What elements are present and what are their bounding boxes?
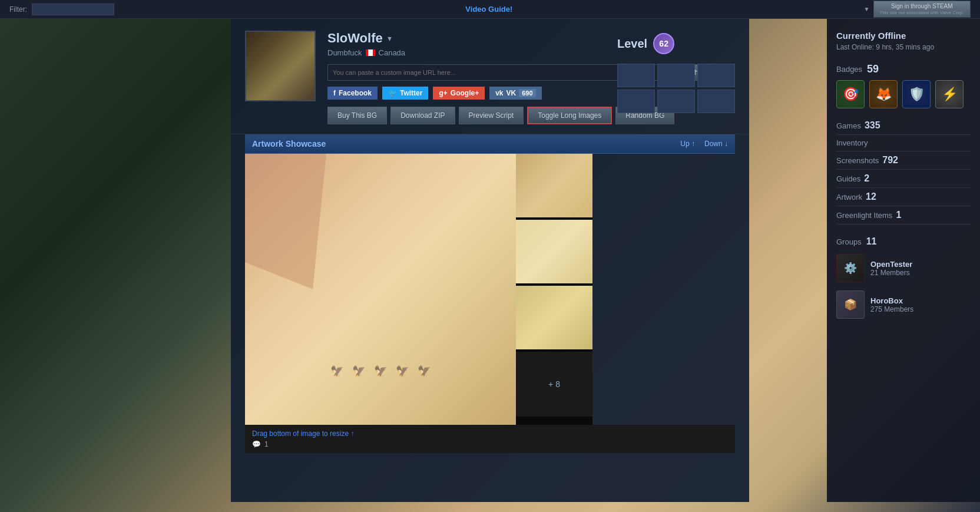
comment-count: 1 — [264, 440, 269, 448]
facebook-button[interactable]: f Facebook — [327, 87, 378, 100]
groups-count: 11 — [866, 236, 877, 247]
showcase-up-button[interactable]: Up ↑ — [680, 140, 695, 148]
games-stat: Games 335 — [836, 120, 971, 135]
mini-thumbnail-grid — [617, 64, 735, 113]
level-label: Level — [617, 37, 647, 51]
games-label: Games — [836, 121, 861, 130]
showcase-title: Artwork Showcase — [252, 139, 326, 148]
groups-section: Groups 11 ⚙️ OpenTester 21 Members 📦 Hor… — [836, 236, 971, 319]
group-avatar-opentester: ⚙️ — [836, 254, 865, 282]
group-name-horobox: HoroBox — [870, 296, 913, 305]
group-item-opentester[interactable]: ⚙️ OpenTester 21 Members — [836, 254, 971, 282]
badges-count: 59 — [867, 63, 879, 75]
top-bar-right: ▼ Sign in through STEAM This site not as… — [864, 1, 971, 18]
twitter-bird-icon: 🐦 — [388, 89, 397, 97]
filter-label: Filter: — [9, 5, 27, 14]
group-info-opentester: OpenTester 21 Members — [870, 260, 912, 277]
showcase-thumb-2[interactable] — [516, 220, 592, 285]
artwork-label: Artwork — [836, 193, 862, 202]
dropdown-arrow-icon[interactable]: ▼ — [864, 6, 870, 12]
screenshots-label: Screenshots — [836, 156, 879, 165]
comment-icon: 💬 — [252, 440, 261, 448]
showcase-nav: Up ↑ Down ↓ — [680, 140, 728, 148]
inventory-label: Inventory — [836, 138, 868, 147]
showcase-header: Artwork Showcase Up ↑ Down ↓ — [245, 134, 735, 154]
showcase-thumb-3[interactable] — [516, 286, 592, 351]
video-guide-link[interactable]: Video Guide! — [465, 5, 512, 14]
inventory-stat: Inventory — [836, 138, 971, 151]
canada-flag-icon — [366, 49, 375, 56]
right-sidebar: Currently Offline Last Online: 9 hrs, 35… — [827, 19, 980, 502]
showcase-down-button[interactable]: Down ↓ — [704, 140, 728, 148]
groups-header: Groups 11 — [836, 236, 971, 247]
screenshots-stat: Screenshots 792 — [836, 155, 971, 170]
showcase-main-image[interactable]: 🦅 🦅 🦅 🦅 🦅 — [245, 154, 516, 425]
download-zip-button[interactable]: Download ZIP — [390, 107, 455, 124]
showcase-rocks-decoration — [245, 154, 516, 289]
group-info-horobox: HoroBox 275 Members — [870, 296, 913, 313]
group-avatar-horobox: 📦 — [836, 290, 865, 319]
badge-4[interactable]: ⚡ — [935, 80, 964, 108]
googleplus-button[interactable]: g+ Google+ — [433, 87, 485, 100]
profile-section: SloWolfe ▾ Dumbfuck Canada Change BG f F… — [231, 19, 749, 134]
badges-label: Badges — [836, 65, 862, 74]
greenlight-stat: Greenlight Items 1 — [836, 210, 971, 224]
showcase-drag-hint[interactable]: Drag bottom of image to resize ↑ — [252, 430, 728, 438]
top-bar: Filter: Video Guide! ▼ Sign in through S… — [0, 0, 980, 19]
artwork-showcase-section: Artwork Showcase Up ↑ Down ↓ 🦅 🦅 🦅 🦅 🦅 — [245, 134, 735, 453]
artwork-stat: Artwork 12 — [836, 191, 971, 206]
profile-dropdown-icon[interactable]: ▾ — [388, 34, 392, 43]
groups-label: Groups — [836, 237, 862, 246]
group-members-horobox: 275 Members — [870, 305, 913, 313]
buy-bg-button[interactable]: Buy This BG — [327, 107, 387, 124]
group-item-horobox[interactable]: 📦 HoroBox 275 Members — [836, 290, 971, 319]
showcase-footer: Drag bottom of image to resize ↑ 💬 1 — [245, 425, 735, 453]
top-bar-left: Filter: — [9, 4, 114, 15]
guides-stat: Guides 2 — [836, 173, 971, 188]
guides-count: 2 — [864, 173, 869, 184]
artwork-count: 12 — [866, 191, 876, 202]
facebook-icon: f — [333, 89, 336, 97]
level-row: Level 62 — [617, 33, 735, 54]
level-badge: 62 — [653, 33, 674, 54]
stats-list: Games 335 Inventory Screenshots 792 Guid… — [836, 120, 971, 224]
badges-stat-row: Badges 59 — [836, 63, 971, 75]
group-members-opentester: 21 Members — [870, 269, 912, 277]
main-panel: SloWolfe ▾ Dumbfuck Canada Change BG f F… — [231, 19, 749, 502]
twitter-button[interactable]: 🐦 Twitter — [382, 87, 428, 100]
showcase-thumb-1[interactable] — [516, 154, 592, 219]
googleplus-icon: g+ — [439, 89, 447, 97]
vk-button[interactable]: vk VK 690 — [489, 87, 541, 100]
status-last-online: Last Online: 9 hrs, 35 mins ago — [836, 43, 971, 51]
showcase-comment-row: 💬 1 — [252, 440, 728, 448]
preview-script-button[interactable]: Preview Script — [459, 107, 524, 124]
screenshots-count: 792 — [882, 155, 898, 166]
status-section: Currently Offline Last Online: 9 hrs, 35… — [836, 31, 971, 51]
avatar — [245, 31, 316, 101]
status-title: Currently Offline — [836, 31, 971, 41]
greenlight-count: 1 — [896, 210, 901, 220]
showcase-thumbnails: + 8 — [516, 154, 592, 425]
mini-thumb-6 — [697, 90, 735, 113]
games-count: 335 — [865, 120, 880, 131]
greenlight-label: Greenlight Items — [836, 211, 892, 220]
mini-thumb-2 — [657, 64, 695, 87]
badge-3[interactable]: 🛡️ — [902, 80, 931, 108]
showcase-content: 🦅 🦅 🦅 🦅 🦅 + 8 — [245, 154, 735, 425]
mini-thumb-1 — [617, 64, 655, 87]
vk-count-badge: 690 — [519, 89, 535, 97]
steam-signin-button[interactable]: Sign in through STEAM This site not asso… — [873, 1, 971, 18]
profile-right-section: Level 62 — [617, 33, 735, 113]
showcase-birds-decoration: 🦅 🦅 🦅 🦅 🦅 — [245, 365, 516, 378]
badges-icons-row: 🎯 🦊 🛡️ ⚡ — [836, 80, 971, 108]
badges-section: Badges 59 🎯 🦊 🛡️ ⚡ — [836, 63, 971, 108]
badge-1[interactable]: 🎯 — [836, 80, 865, 108]
mini-thumb-5 — [657, 90, 695, 113]
badge-2[interactable]: 🦊 — [869, 80, 898, 108]
showcase-plus-button[interactable]: + 8 — [516, 352, 592, 417]
filter-input[interactable] — [32, 4, 114, 15]
profile-name: SloWolfe — [327, 31, 383, 46]
guides-label: Guides — [836, 174, 860, 183]
toggle-long-images-button[interactable]: Toggle Long Images — [527, 107, 612, 124]
mini-thumb-4 — [617, 90, 655, 113]
